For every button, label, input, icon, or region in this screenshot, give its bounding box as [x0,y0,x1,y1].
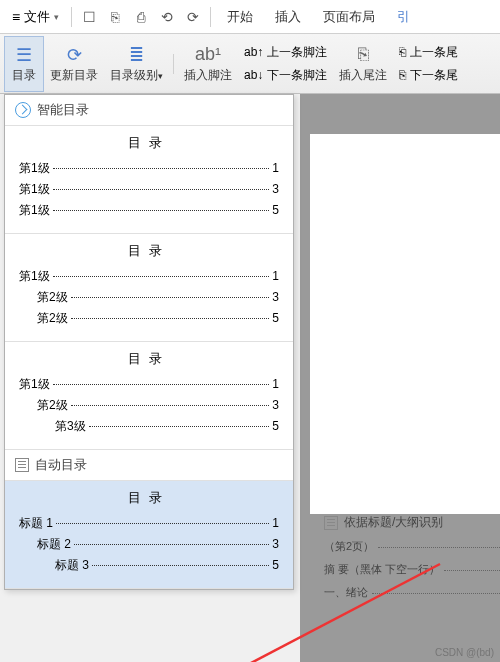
next-footnote[interactable]: ab↓下一条脚注 [238,65,333,86]
page: 依据标题/大纲识别 （第2页） 摘 要（黑体 下空一行） 一、绪论 [310,134,500,514]
document-canvas: 依据标题/大纲识别 （第2页） 摘 要（黑体 下空一行） 一、绪论 [300,94,500,662]
toc-preview-title: 目录 [19,242,279,260]
toc-line: 第1级5 [19,202,279,219]
prev-footnote[interactable]: ab↑上一条脚注 [238,42,333,63]
prev-endnote[interactable]: ⎗上一条尾 [393,42,464,63]
tab-references[interactable]: 引 [393,2,414,32]
toc-dropdown-panel: 智能目录 目录第1级1第1级3第1级5目录第1级1第2级3第2级5目录第1级1第… [4,94,294,590]
prev-endnote-icon: ⎗ [399,45,406,59]
toc-icon: ☰ [16,44,32,66]
toc-line: 标题 11 [19,515,279,532]
auto-icon [15,458,29,472]
paper-header-text: 依据标题/大纲识别 [344,514,443,531]
menubar: ≡ 文件 ▾ ☐ ⎘ ⎙ ⟲ ⟳ 开始 插入 页面布局 引 [0,0,500,34]
outline-icon [324,516,338,530]
icon-btn-4[interactable]: ⟲ [154,4,180,30]
auto-toc-header: 自动目录 [5,450,293,481]
tab-insert[interactable]: 插入 [271,2,305,32]
ribbon-tabs: 开始 插入 页面布局 引 [223,2,414,32]
toc-line: 标题 23 [19,536,279,553]
toc-line: 第2级3 [19,289,279,306]
file-menu[interactable]: ≡ 文件 ▾ [4,4,67,30]
next-endnote-icon: ⎘ [399,68,406,82]
toc-line: 标题 35 [19,557,279,574]
refresh-icon: ⟳ [67,44,82,66]
toc-line: 第2级5 [19,310,279,327]
icon-btn-3[interactable]: ⎙ [128,4,154,30]
toc-line: 第1级3 [19,181,279,198]
toc-preview-title: 目录 [19,489,279,507]
update-toc-button[interactable]: ⟳ 更新目录 [44,36,104,92]
prev-footnote-icon: ab↑ [244,45,263,59]
insert-endnote-button[interactable]: ⎘ 插入尾注 [333,36,393,92]
next-footnote-icon: ab↓ [244,68,263,82]
icon-btn-5[interactable]: ⟳ [180,4,206,30]
toc-button[interactable]: ☰ 目录 [4,36,44,92]
icon-btn-2[interactable]: ⎘ [102,4,128,30]
toc-style-option[interactable]: 目录第1级1第2级3第3级5 [5,342,293,450]
next-endnote[interactable]: ⎘下一条尾 [393,65,464,86]
footnote-icon: ab¹ [195,44,221,66]
tab-layout[interactable]: 页面布局 [319,2,379,32]
hamburger-icon: ≡ [12,9,20,25]
toc-style-option[interactable]: 目录第1级1第2级3第2级5 [5,234,293,342]
toc-level-button[interactable]: ≣ 目录级别▾ [104,36,169,92]
file-label: 文件 [24,8,50,26]
toc-line: 第1级1 [19,376,279,393]
icon-btn-1[interactable]: ☐ [76,4,102,30]
toc-line: 第3级5 [19,418,279,435]
toc-line: 第1级1 [19,160,279,177]
divider [173,54,174,74]
toc-line: 第1级1 [19,268,279,285]
toc-line: 第2级3 [19,397,279,414]
insert-footnote-button[interactable]: ab¹ 插入脚注 [178,36,238,92]
endnote-icon: ⎘ [358,44,369,66]
chevron-down-icon: ▾ [54,12,59,22]
smart-toc-header: 智能目录 [5,95,293,126]
watermark: CSDN @(bd) [435,647,494,658]
toc-style-option[interactable]: 目录标题 11标题 23标题 35 [5,481,293,589]
divider [71,7,72,27]
toc-style-option[interactable]: 目录第1级1第1级3第1级5 [5,126,293,234]
toc-preview-title: 目录 [19,350,279,368]
ribbon-toolbar: ☰ 目录 ⟳ 更新目录 ≣ 目录级别▾ ab¹ 插入脚注 ab↑上一条脚注 ab… [0,34,500,94]
toc-preview-title: 目录 [19,134,279,152]
tab-start[interactable]: 开始 [223,2,257,32]
divider [210,7,211,27]
level-icon: ≣ [129,44,144,66]
smart-icon [15,102,31,118]
